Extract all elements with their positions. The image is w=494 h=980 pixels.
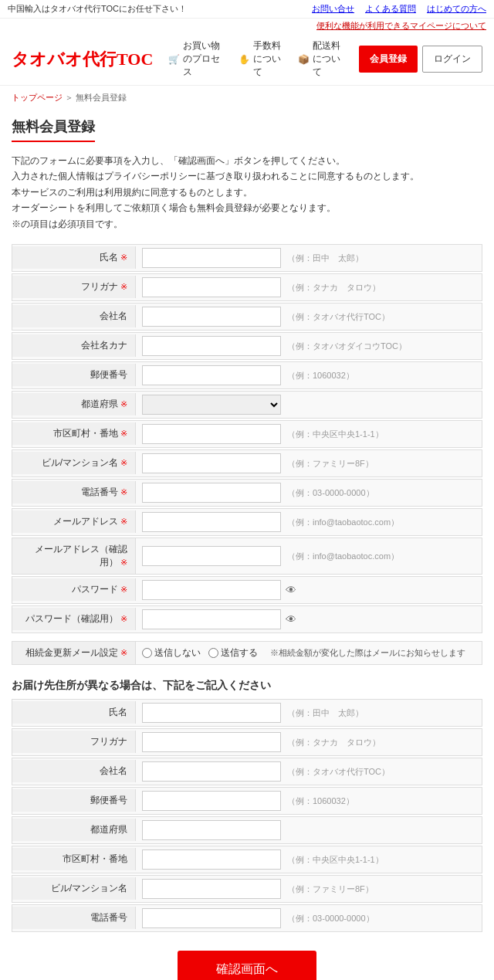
placeholder-postal: （例：1060032） xyxy=(287,371,354,380)
form-row-password: パスワード※👁 xyxy=(12,576,482,604)
logo: タオバオ代行TOC xyxy=(12,48,153,71)
input-company_kana[interactable] xyxy=(142,336,281,356)
input-wrap-d_furigana: （例：タナカ タロウ） xyxy=(136,729,482,755)
input-phone[interactable] xyxy=(142,483,281,503)
input-password[interactable] xyxy=(142,580,281,600)
input-d_phone[interactable] xyxy=(142,908,281,928)
form-row-building: ビル/マンション名※（例：ファミリー8F） xyxy=(12,449,482,477)
top-bar: 中国輸入はタオバオ代行TOCにお任せ下さい！ お問い合せ よくある質問 はじめて… xyxy=(0,0,494,19)
input-email_confirm[interactable] xyxy=(142,546,281,566)
nav-fee[interactable]: ✋ 手数料について xyxy=(239,39,284,79)
form-row-d_company: 会社名（例：タオバオ代行TOC） xyxy=(12,758,482,785)
label-building: ビル/マンション名※ xyxy=(12,452,136,474)
update-email-label: 相続金更新メール設定※ xyxy=(12,642,136,664)
input-wrap-d_company: （例：タオバオ代行TOC） xyxy=(136,758,482,785)
update-options: 送信しない 送信する ※相続金額が変化した際はメールにお知らせします xyxy=(136,642,472,664)
placeholder-building: （例：ファミリー8F） xyxy=(287,459,374,468)
label-password_confirm: パスワード（確認用）※ xyxy=(12,608,136,630)
input-wrap-company_kana: （例：タオバオダイコウTOC） xyxy=(136,333,482,359)
form-row-phone: 電話番号※（例：03-0000-0000） xyxy=(12,479,482,507)
input-d_city[interactable] xyxy=(142,849,281,870)
register-button[interactable]: 会員登録 xyxy=(359,46,418,73)
input-wrap-email: （例：info@taobaotoc.com） xyxy=(136,509,482,535)
nav-shipping-label: 配送料について xyxy=(313,39,343,79)
form-row-company: 会社名（例：タオバオ代行TOC） xyxy=(12,303,482,331)
nav-shipping[interactable]: 📦 配送料について xyxy=(298,39,343,79)
label-d_name: 氏名 xyxy=(12,701,136,724)
input-wrap-prefecture xyxy=(136,392,482,418)
input-building[interactable] xyxy=(142,453,281,473)
label-company_kana: 会社名カナ xyxy=(12,334,136,357)
input-wrap-password: 👁 xyxy=(136,577,482,603)
input-city[interactable] xyxy=(142,424,281,444)
update-option-no[interactable]: 送信しない xyxy=(142,646,201,660)
input-wrap-email_confirm: （例：info@taobaotoc.com） xyxy=(136,543,482,569)
login-button[interactable]: ログイン xyxy=(422,46,482,73)
input-wrap-postal: （例：1060032） xyxy=(136,362,482,388)
input-password_confirm[interactable] xyxy=(142,609,281,629)
label-d_prefecture: 都道府県 xyxy=(12,819,136,841)
update-option-yes[interactable]: 送信する xyxy=(208,646,258,660)
input-postal[interactable] xyxy=(142,365,281,385)
input-wrap-password_confirm: 👁 xyxy=(136,606,482,632)
input-d_name[interactable] xyxy=(142,703,281,723)
input-wrap-d_building: （例：ファミリー8F） xyxy=(136,876,482,902)
form-row-postal: 郵便番号（例：1060032） xyxy=(12,361,482,389)
breadcrumb-separator: ＞ xyxy=(65,93,73,102)
input-wrap-city: （例：中央区中央1-1-1） xyxy=(136,421,482,447)
input-wrap-company: （例：タオバオ代行TOC） xyxy=(136,303,482,330)
mypage-link[interactable]: 便利な機能が利用できるマイページについて xyxy=(316,21,486,30)
breadcrumb-home[interactable]: トップページ xyxy=(12,93,63,102)
form-row-email: メールアドレス※（例：info@taobaotoc.com） xyxy=(12,508,482,536)
label-furigana: フリガナ※ xyxy=(12,276,136,298)
input-wrap-d_city: （例：中央区中央1-1-1） xyxy=(136,846,482,873)
placeholder-d_phone: （例：03-0000-0000） xyxy=(287,914,374,923)
label-prefecture: 都道府県※ xyxy=(12,393,136,415)
form-row-d_phone: 電話番号（例：03-0000-0000） xyxy=(12,904,482,932)
input-d_company[interactable] xyxy=(142,761,281,782)
shipping-icon: 📦 xyxy=(298,54,310,65)
nav-process[interactable]: 🛒 お買い物のプロセス xyxy=(168,39,225,79)
link-faq[interactable]: よくある質問 xyxy=(365,3,416,15)
link-beginners[interactable]: はじめての方へ xyxy=(427,3,486,15)
form-row-d_postal: 郵便番号（例：1060032） xyxy=(12,787,482,815)
input-d_postal[interactable] xyxy=(142,791,281,811)
input-company[interactable] xyxy=(142,307,281,327)
label-email: メールアドレス※ xyxy=(12,510,136,533)
breadcrumb-current: 無料会員登録 xyxy=(76,93,127,102)
form-row-d_building: ビル/マンション名（例：ファミリー8F） xyxy=(12,875,482,903)
toggle-password-icon-password_confirm[interactable]: 👁 xyxy=(286,613,296,626)
input-wrap-furigana: （例：タナカ タロウ） xyxy=(136,274,482,300)
input-wrap-d_prefecture xyxy=(136,817,482,843)
input-email[interactable] xyxy=(142,512,281,532)
form-row-d_furigana: フリガナ（例：タナカ タロウ） xyxy=(12,728,482,756)
input-name[interactable] xyxy=(142,248,281,268)
desc-line-1: 下記のフォームに必要事項を入力し、「確認画面へ」ボタンを押してください。 xyxy=(12,153,482,168)
input-d_furigana[interactable] xyxy=(142,732,281,752)
page-description: 下記のフォームに必要事項を入力し、「確認画面へ」ボタンを押してください。 入力さ… xyxy=(12,153,482,232)
desc-line-4: オーダーシートを利用してご依頼頂く場合も無料会員登録が必要となります。 xyxy=(12,200,482,215)
placeholder-furigana: （例：タナカ タロウ） xyxy=(287,283,381,292)
form-row-city: 市区町村・番地※（例：中央区中央1-1-1） xyxy=(12,420,482,448)
select-prefecture[interactable] xyxy=(142,395,281,415)
input-furigana[interactable] xyxy=(142,277,281,297)
fee-icon: ✋ xyxy=(239,54,250,65)
label-d_city: 市区町村・番地 xyxy=(12,848,136,870)
placeholder-d_city: （例：中央区中央1-1-1） xyxy=(287,855,384,864)
input-d_building[interactable] xyxy=(142,879,281,899)
placeholder-phone: （例：03-0000-0000） xyxy=(287,488,374,497)
label-d_furigana: フリガナ xyxy=(12,731,136,753)
submit-button[interactable]: 確認画面へ xyxy=(178,951,316,980)
mypage-bar: 便利な機能が利用できるマイページについて xyxy=(0,19,494,33)
link-inquiry[interactable]: お問い合せ xyxy=(312,3,354,15)
input-d_prefecture[interactable] xyxy=(142,820,281,840)
desc-line-5: ※の項目は必須項目です。 xyxy=(12,216,482,232)
page-title: 無料会員登録 xyxy=(12,117,95,142)
cart-icon: 🛒 xyxy=(168,54,180,65)
toggle-password-icon-password[interactable]: 👁 xyxy=(286,584,296,596)
placeholder-company: （例：タオバオ代行TOC） xyxy=(287,312,390,321)
label-password: パスワード※ xyxy=(12,578,136,601)
label-name: 氏名※ xyxy=(12,246,136,269)
desc-line-2: 入力された個人情報はプライバシーポリシーに基づき取り扱われることに同意するものと… xyxy=(12,168,482,184)
nav-items: 🛒 お買い物のプロセス ✋ 手数料について 📦 配送料について xyxy=(168,39,343,79)
